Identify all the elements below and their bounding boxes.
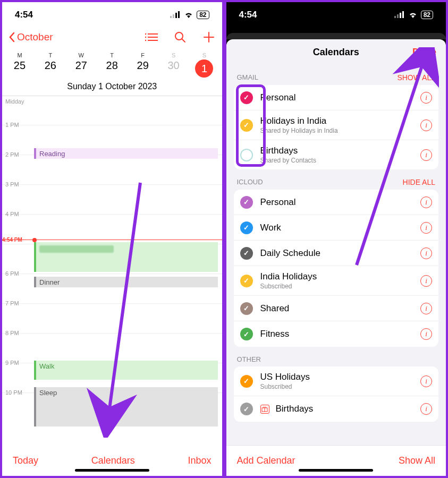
sheet-title: Calendars [313, 47, 359, 58]
hour-row: 4 PM [2, 214, 222, 244]
timeline[interactable]: Midday 4:54 PM 1 PM2 PM3 PM4 PM6 PM7 PM8… [2, 96, 222, 430]
info-icon[interactable]: i [420, 92, 432, 104]
add-calendar-button[interactable]: Add Calendar [237, 455, 295, 466]
cellular-icon [394, 11, 405, 19]
date-cell[interactable]: 25 [4, 59, 35, 78]
svg-point-8 [145, 37, 146, 38]
status-time: 4:54 [15, 10, 33, 20]
hour-label: 7 PM [5, 300, 19, 306]
calendar-name: Personal [260, 92, 421, 103]
calendar-row[interactable]: ✓Daily Schedulei [234, 241, 439, 266]
info-icon[interactable]: i [420, 328, 432, 340]
calendar-name: Daily Schedule [260, 248, 421, 259]
status-right: 82 [170, 11, 209, 19]
calendar-checkbox[interactable]: ✓ [240, 247, 253, 260]
info-icon[interactable]: i [420, 375, 432, 387]
weekday-cell: T [97, 52, 128, 58]
calendar-row[interactable]: ✓Personali [234, 190, 439, 215]
calendar-checkbox[interactable]: ✓ [240, 403, 253, 415]
calendar-name: BirthdaysShared by Contacts [260, 146, 421, 164]
calendar-name: Fitness [260, 329, 421, 339]
calendar-event[interactable]: Sleep [34, 387, 218, 426]
phone-left: 4:54 82 October MTWTFSS 2526272829301 Su… [0, 0, 224, 478]
done-button[interactable]: Done [412, 47, 436, 58]
svg-point-7 [145, 33, 146, 35]
calendar-checkbox[interactable]: ✓ [240, 221, 253, 234]
date-cell[interactable]: 28 [97, 59, 128, 78]
info-icon[interactable]: i [420, 403, 432, 415]
date-row: 2526272829301 [2, 58, 222, 80]
calendar-name: Personal [260, 197, 421, 208]
calendar-row[interactable]: ✓Birthdaysi [234, 396, 439, 422]
info-icon[interactable]: i [420, 275, 432, 287]
calendar-row[interactable]: ✓Worki [234, 215, 439, 241]
date-cell[interactable]: 26 [35, 59, 66, 78]
weekday-cell: S [158, 52, 189, 58]
date-cell[interactable]: 29 [128, 59, 158, 78]
hour-label: 3 PM [5, 181, 19, 187]
info-icon[interactable]: i [420, 149, 432, 161]
calendar-name: Work [260, 223, 421, 233]
calendar-checkbox[interactable]: ✓ [240, 328, 253, 340]
svg-line-11 [182, 39, 185, 42]
calendar-row[interactable]: ✓India HolidaysSubscribedi [234, 266, 439, 296]
svg-rect-1 [173, 14, 174, 18]
search-icon[interactable] [173, 30, 187, 44]
calendar-checkbox[interactable]: ✓ [240, 302, 253, 315]
hour-row: 7 PM [2, 303, 222, 333]
wifi-icon [184, 11, 193, 19]
weekday-cell: M [4, 52, 35, 58]
calendar-checkbox[interactable]: ✓ [240, 275, 253, 287]
today-button[interactable]: Today [13, 455, 38, 466]
calendar-event[interactable]: Dinner [34, 277, 218, 287]
calendar-name: India HolidaysSubscribed [260, 271, 421, 290]
calendars-button[interactable]: Calendars [91, 455, 135, 466]
info-icon[interactable]: i [420, 222, 432, 234]
date-cell[interactable]: 1 [189, 59, 220, 78]
calendar-row[interactable]: ✓US HolidaysSubscribedi [234, 366, 439, 396]
show-all-gmail[interactable]: SHOW ALL [397, 73, 435, 82]
svg-rect-18 [402, 11, 404, 18]
calendar-row[interactable]: ✓Fitnessi [234, 321, 439, 347]
home-indicator [75, 469, 149, 472]
info-icon[interactable]: i [420, 303, 432, 314]
calendar-name: Shared [260, 303, 421, 314]
list-icon[interactable] [145, 30, 158, 44]
weekday-cell: F [128, 52, 158, 58]
date-cell[interactable]: 30 [158, 59, 189, 78]
calendar-row[interactable]: ✓Sharedi [234, 296, 439, 321]
info-icon[interactable]: i [420, 120, 432, 131]
back-label: October [17, 31, 53, 43]
cellular-icon [170, 11, 181, 19]
hour-label: 8 PM [5, 330, 19, 336]
date-cell[interactable]: 27 [66, 59, 97, 78]
status-bar: 4:54 82 [226, 2, 446, 28]
inbox-button[interactable]: Inbox [188, 455, 211, 466]
calendar-event[interactable]: Walk [34, 361, 218, 380]
hour-label: 2 PM [5, 151, 19, 158]
svg-rect-2 [175, 13, 177, 18]
show-all-button[interactable]: Show All [399, 455, 435, 466]
hour-row: 3 PM [2, 184, 222, 214]
calendar-checkbox[interactable]: ✓ [240, 196, 253, 209]
section-header-icloud: ICLOUD HIDE ALL [226, 169, 446, 190]
add-icon[interactable] [202, 30, 216, 44]
hour-label: 4 PM [5, 211, 19, 217]
calendar-name: Holidays in IndiaShared by Holidays in I… [260, 116, 421, 134]
hour-label: 10 PM [5, 389, 22, 396]
hour-row: 8 PM [2, 333, 222, 363]
hide-all-icloud[interactable]: HIDE ALL [403, 178, 435, 186]
calendar-event[interactable]: Reading [34, 148, 218, 159]
battery-icon: 82 [197, 11, 209, 19]
calendar-subtitle: Shared by Contacts [260, 157, 421, 164]
calendar-checkbox[interactable]: ✓ [240, 375, 253, 388]
battery-icon: 82 [421, 11, 433, 19]
back-button[interactable]: October [9, 31, 53, 43]
info-icon[interactable]: i [420, 247, 432, 259]
info-icon[interactable]: i [420, 197, 432, 208]
status-right: 82 [394, 11, 433, 19]
home-indicator [299, 469, 373, 472]
nav-row: October [2, 28, 222, 50]
svg-rect-17 [400, 13, 401, 18]
calendar-event[interactable] [34, 242, 218, 272]
